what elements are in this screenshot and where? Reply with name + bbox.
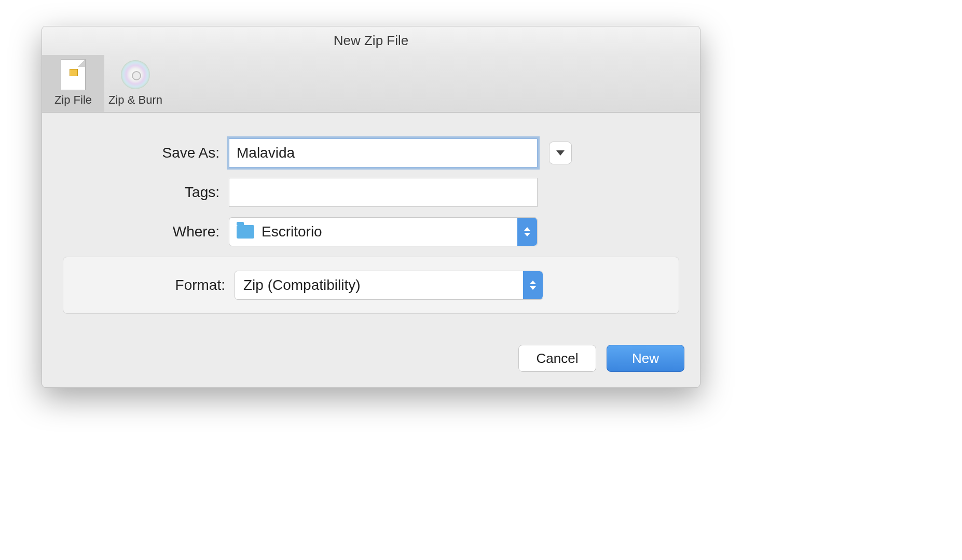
new-button[interactable]: New: [607, 345, 684, 372]
format-label: Format:: [74, 277, 235, 293]
disc-icon: [121, 60, 150, 89]
tags-input[interactable]: [229, 178, 538, 207]
toolbar-zip-file[interactable]: Zip File: [42, 55, 104, 112]
toolbar-zip-file-label: Zip File: [54, 93, 92, 107]
format-value: Zip (Compatibility): [243, 277, 361, 293]
format-select[interactable]: Zip (Compatibility): [235, 271, 543, 300]
button-row: Cancel New: [42, 345, 700, 387]
new-zip-dialog: New Zip File Zip File Zip & Burn Save As…: [42, 26, 700, 388]
row-save-as: Save As:: [58, 138, 684, 167]
expand-location-button[interactable]: [549, 142, 572, 164]
where-select[interactable]: Escritorio: [229, 217, 538, 246]
dialog-title-text: New Zip File: [334, 33, 408, 49]
tags-label: Tags:: [58, 184, 229, 201]
toolbar-zip-and-burn[interactable]: Zip & Burn: [104, 55, 167, 112]
row-where: Where: Escritorio: [58, 217, 684, 246]
dialog-title: New Zip File: [42, 26, 700, 55]
where-label: Where:: [58, 223, 229, 240]
zip-file-icon: [59, 60, 88, 89]
format-panel: Format: Zip (Compatibility): [63, 257, 679, 314]
updown-arrows-icon: [523, 271, 543, 299]
where-value: Escritorio: [262, 223, 322, 240]
row-tags: Tags:: [58, 178, 684, 207]
folder-icon: [237, 225, 254, 239]
cancel-button[interactable]: Cancel: [518, 345, 596, 372]
save-as-label: Save As:: [58, 145, 229, 161]
save-as-input[interactable]: [229, 138, 538, 167]
updown-arrows-icon: [517, 218, 537, 246]
row-format: Format: Zip (Compatibility): [74, 271, 668, 300]
cancel-button-label: Cancel: [537, 351, 579, 367]
new-button-label: New: [632, 351, 659, 367]
form-area: Save As: Tags: Where: Escritorio: [42, 113, 700, 345]
toolbar-zip-and-burn-label: Zip & Burn: [108, 93, 162, 107]
chevron-down-icon: [556, 150, 565, 156]
toolbar: Zip File Zip & Burn: [42, 55, 700, 113]
